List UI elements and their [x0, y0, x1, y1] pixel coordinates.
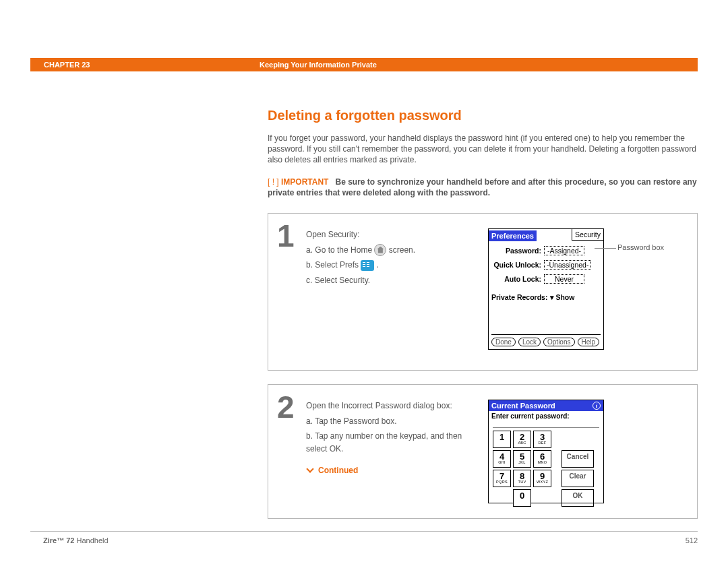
pw-prompt: Enter current password: — [489, 411, 603, 421]
callout-label: Password box — [617, 243, 664, 251]
autolock-box[interactable]: Never — [544, 274, 584, 284]
home-icon — [374, 244, 386, 256]
prefs-title: Preferences — [489, 230, 537, 241]
important-tag: IMPORTANT — [281, 177, 328, 187]
quickunlock-label: Quick Unlock: — [491, 261, 541, 269]
password-box[interactable]: -Assigned- — [544, 246, 584, 255]
pw-dialog-title: Current Password — [491, 402, 555, 410]
section-title: Keeping Your Information Private — [260, 61, 377, 69]
key-1[interactable]: 1 — [493, 431, 511, 448]
autolock-label: Auto Lock: — [491, 275, 541, 283]
private-records-label: Private Records: — [491, 293, 547, 301]
key-6[interactable]: 6MNO — [533, 450, 551, 468]
continued-arrow-icon — [306, 465, 315, 474]
page-footer: Zire™ 72 Handheld 512 — [43, 536, 698, 544]
footer-rule — [30, 531, 698, 532]
callout-line — [595, 248, 616, 249]
prefs-tab: Security — [572, 229, 603, 241]
done-button[interactable]: Done — [491, 338, 516, 346]
chapter-label: CHAPTER 23 — [44, 61, 246, 69]
step-1: 1 Open Security: a. Go to the Home scree… — [268, 213, 698, 371]
page-title: Deleting a forgotten password — [268, 108, 698, 123]
screenshot-preferences: Preferences Security Password: -Assigned… — [488, 228, 604, 350]
important-note: [ ! ] IMPORTANT Be sure to synchronize y… — [268, 177, 698, 198]
page-content: Deleting a forgotten password If you for… — [268, 108, 698, 532]
key-5[interactable]: 5JKL — [513, 450, 531, 468]
key-3[interactable]: 3DEF — [533, 431, 551, 448]
screenshot-password-dialog: Current Password i Enter current passwor… — [488, 400, 604, 503]
key-8[interactable]: 8TUV — [513, 470, 531, 487]
key-0[interactable]: 0 — [513, 489, 531, 507]
header-bar: CHAPTER 23 Keeping Your Information Priv… — [30, 58, 698, 71]
prefs-icon — [361, 260, 374, 271]
options-button[interactable]: Options — [543, 338, 574, 346]
info-icon[interactable]: i — [593, 402, 601, 410]
ok-button[interactable]: OK — [562, 489, 594, 507]
step2-text: Open the Incorrect Password dialog box: … — [306, 400, 481, 503]
product-name: Zire™ 72 Handheld — [43, 536, 109, 544]
key-2[interactable]: 2ABC — [513, 431, 531, 448]
private-records-dropdown[interactable]: Show — [550, 293, 574, 301]
key-9[interactable]: 9WXYZ — [533, 470, 551, 487]
key-4[interactable]: 4GHI — [493, 450, 511, 468]
step-number: 2 — [277, 389, 299, 425]
clear-button[interactable]: Clear — [562, 470, 594, 487]
pw-input[interactable] — [493, 421, 599, 428]
quickunlock-box[interactable]: -Unassigned- — [544, 260, 591, 270]
continued-label: Continued — [306, 464, 481, 477]
cancel-button[interactable]: Cancel — [562, 450, 594, 468]
intro-paragraph: If you forget your password, your handhe… — [268, 133, 698, 166]
step-2: 2 Open the Incorrect Password dialog box… — [268, 384, 698, 519]
page-number: 512 — [686, 536, 698, 544]
password-label: Password: — [491, 247, 541, 255]
lock-button[interactable]: Lock — [518, 338, 541, 346]
help-button[interactable]: Help — [578, 338, 600, 346]
step1-text: Open Security: a. Go to the Home screen.… — [306, 228, 481, 355]
step-number: 1 — [277, 218, 299, 254]
key-7[interactable]: 7PQRS — [493, 470, 511, 487]
